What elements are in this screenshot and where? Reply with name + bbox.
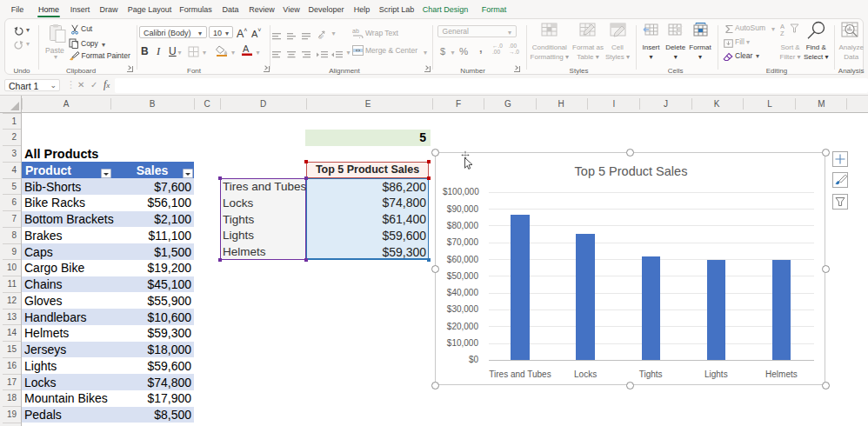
svg-text:A: A <box>243 43 250 54</box>
svg-text:ab: ab <box>352 28 359 34</box>
svg-text:Z: Z <box>780 30 785 36</box>
